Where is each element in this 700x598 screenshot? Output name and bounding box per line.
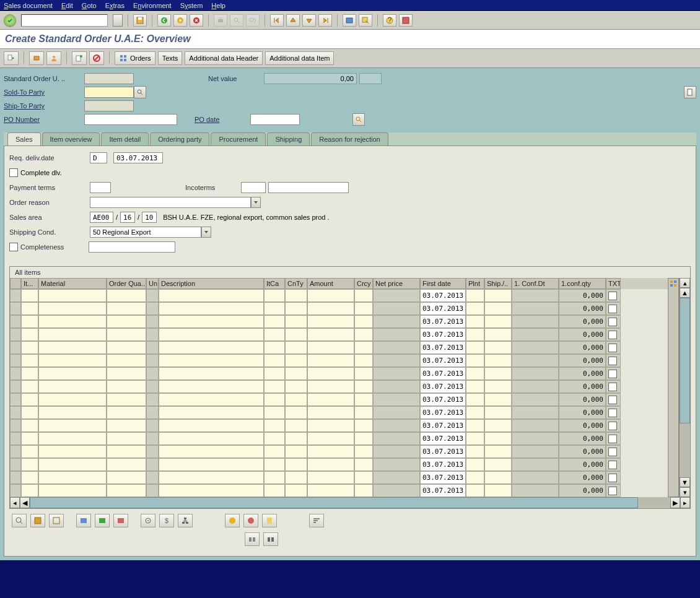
- table-cell[interactable]: [21, 432, 38, 445]
- table-cell[interactable]: [10, 341, 21, 354]
- table-cell[interactable]: 03.07.2013: [420, 419, 466, 432]
- table-cell[interactable]: [21, 406, 38, 419]
- column-header[interactable]: Plnt: [466, 278, 484, 289]
- table-cell[interactable]: 0,000: [559, 406, 606, 419]
- column-header[interactable]: TXT: [606, 278, 621, 289]
- table-cell[interactable]: [38, 328, 107, 341]
- table-cell[interactable]: [354, 419, 373, 432]
- table-cell[interactable]: [307, 341, 354, 354]
- table-cell[interactable]: [354, 445, 373, 458]
- incoterms-field[interactable]: [241, 182, 266, 193]
- table-cell[interactable]: [159, 302, 264, 315]
- deliv-type-field[interactable]: D: [90, 152, 107, 163]
- table-cell[interactable]: [285, 406, 307, 419]
- table-cell[interactable]: [38, 419, 107, 432]
- table-cell[interactable]: [21, 393, 38, 406]
- table-cell[interactable]: [21, 471, 38, 484]
- table-cell[interactable]: [38, 302, 107, 315]
- table-cell[interactable]: [146, 484, 159, 497]
- table-cell[interactable]: [466, 328, 484, 341]
- costing-icon[interactable]: $: [159, 514, 174, 527]
- table-cell[interactable]: [285, 354, 307, 367]
- table-cell[interactable]: 03.07.2013: [420, 302, 466, 315]
- table-cell[interactable]: [466, 419, 484, 432]
- table-cell[interactable]: [373, 432, 420, 445]
- table-cell[interactable]: [21, 367, 38, 380]
- table-cell[interactable]: 03.07.2013: [420, 406, 466, 419]
- table-cell[interactable]: [354, 471, 373, 484]
- table-cell[interactable]: [307, 393, 354, 406]
- detail-icon[interactable]: [12, 514, 27, 527]
- table-cell[interactable]: [466, 341, 484, 354]
- table-cell[interactable]: [10, 354, 21, 367]
- column-header[interactable]: 1.conf.qty: [559, 278, 606, 289]
- table-cell[interactable]: [373, 289, 420, 302]
- column-header[interactable]: It...: [21, 278, 38, 289]
- po-number-field[interactable]: [84, 114, 177, 125]
- table-cell[interactable]: [512, 367, 559, 380]
- table-cell[interactable]: [146, 419, 159, 432]
- table-cell[interactable]: [354, 484, 373, 497]
- table-cell[interactable]: 0,000: [559, 354, 606, 367]
- table-cell[interactable]: [146, 406, 159, 419]
- table-cell[interactable]: [484, 367, 512, 380]
- sold-to-field[interactable]: [84, 87, 134, 98]
- table-cell[interactable]: [159, 471, 264, 484]
- table-cell[interactable]: [373, 380, 420, 393]
- table-cell[interactable]: 0,000: [559, 328, 606, 341]
- table-cell[interactable]: [512, 432, 559, 445]
- incoterms-loc-field[interactable]: [268, 182, 349, 193]
- table-cell[interactable]: [38, 445, 107, 458]
- column-header[interactable]: Ship./..: [484, 278, 512, 289]
- table-cell[interactable]: [38, 471, 107, 484]
- table-cell[interactable]: [606, 354, 621, 367]
- table-cell[interactable]: [10, 315, 21, 328]
- table-cell[interactable]: [484, 406, 512, 419]
- table-cell[interactable]: [606, 432, 621, 445]
- table-cell[interactable]: [146, 393, 159, 406]
- table-cell[interactable]: [373, 354, 420, 367]
- table-cell[interactable]: [38, 341, 107, 354]
- menu-edit[interactable]: Edit: [61, 2, 73, 9]
- table-cell[interactable]: [606, 328, 621, 341]
- column-header[interactable]: Description: [159, 278, 264, 289]
- order-number-field[interactable]: [84, 73, 134, 84]
- propose-icon[interactable]: [243, 514, 258, 527]
- table-cell[interactable]: [466, 380, 484, 393]
- cancel-icon[interactable]: [190, 14, 203, 27]
- table-cell[interactable]: [466, 289, 484, 302]
- table-cell[interactable]: [285, 380, 307, 393]
- table-cell[interactable]: [264, 315, 285, 328]
- table-cell[interactable]: [373, 328, 420, 341]
- table-cell[interactable]: [21, 328, 38, 341]
- table-cell[interactable]: [38, 406, 107, 419]
- alt-item-icon[interactable]: [262, 514, 277, 527]
- table-cell[interactable]: [38, 354, 107, 367]
- table-cell[interactable]: [466, 458, 484, 471]
- sold-to-label[interactable]: Sold-To Party: [4, 89, 84, 96]
- table-cell[interactable]: [146, 445, 159, 458]
- table-cell[interactable]: [159, 445, 264, 458]
- partner-icon[interactable]: [46, 51, 61, 65]
- table-cell[interactable]: [466, 406, 484, 419]
- table-cell[interactable]: 03.07.2013: [420, 367, 466, 380]
- table-cell[interactable]: 03.07.2013: [420, 328, 466, 341]
- table-cell[interactable]: [146, 354, 159, 367]
- table-cell[interactable]: 0,000: [559, 445, 606, 458]
- table-cell[interactable]: [512, 354, 559, 367]
- table-cell[interactable]: 03.07.2013: [420, 484, 466, 497]
- table-cell[interactable]: [107, 302, 146, 315]
- table-cell[interactable]: [373, 406, 420, 419]
- table-cell[interactable]: [373, 484, 420, 497]
- table-cell[interactable]: [159, 354, 264, 367]
- sort-icon[interactable]: [309, 514, 324, 527]
- table-cell[interactable]: [285, 458, 307, 471]
- table-cell[interactable]: [264, 289, 285, 302]
- table-cell[interactable]: [606, 445, 621, 458]
- table-cell[interactable]: [146, 302, 159, 315]
- table-cell[interactable]: [107, 367, 146, 380]
- table-cell[interactable]: [307, 315, 354, 328]
- table-cell[interactable]: [146, 315, 159, 328]
- table-cell[interactable]: 03.07.2013: [420, 380, 466, 393]
- table-cell[interactable]: [484, 471, 512, 484]
